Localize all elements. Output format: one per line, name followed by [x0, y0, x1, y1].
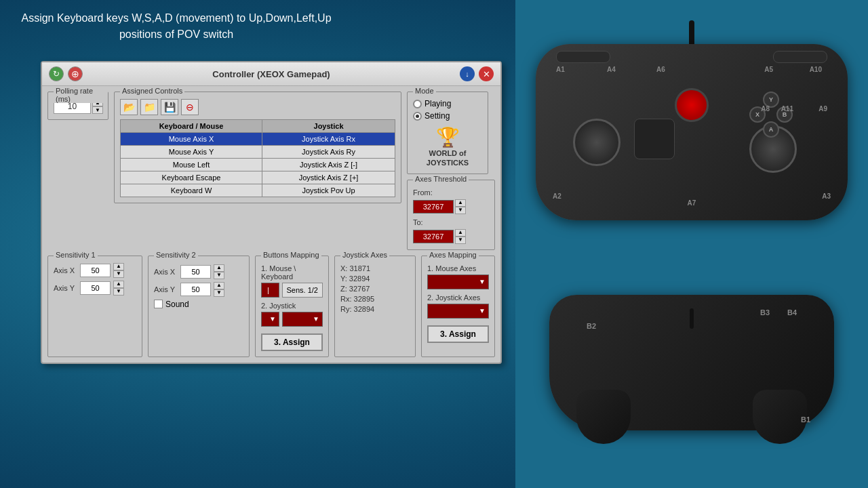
close-button[interactable]: ✕	[479, 66, 494, 81]
table-cell-keyboard: Keyboard Escape	[121, 171, 262, 184]
assigned-controls-label: Assigned Controls	[120, 87, 184, 95]
axis-value-row: X: 31871	[340, 264, 410, 272]
sens1-axis-y-row: Axis Y ▲ ▼	[54, 281, 136, 296]
axis-value-row: Y: 32894	[340, 274, 410, 283]
sensitivity1-group: Sensitivity 1 Axis X ▲ ▼ Axis Y ▲ ▼	[47, 256, 142, 357]
axes-mapping-label: Axes Mapping	[427, 251, 479, 259]
table-row[interactable]: Mouse Axis YJoystick Axis Ry	[121, 146, 395, 159]
joystick-axes-label: Joystick Axes	[340, 251, 389, 259]
sens1-axis-y-field[interactable]	[80, 281, 111, 295]
sens2-axis-x-up[interactable]: ▲	[214, 264, 224, 272]
axis-value-row: Ry: 32894	[340, 305, 410, 313]
sens2-axis-y-up[interactable]: ▲	[214, 282, 224, 289]
sens2-axis-x-field[interactable]	[180, 265, 211, 279]
joystick-dropdown-row: ▼ ▼	[261, 312, 323, 327]
sens1-axis-x-up[interactable]: ▲	[113, 263, 124, 270]
sens2-axis-y-row: Axis Y ▲ ▼	[154, 282, 243, 297]
header-instruction: Assign Keyboard keys W,S,A,D (movement) …	[0, 10, 353, 43]
sound-label: Sound	[165, 300, 189, 309]
sens1-axis-x-label: Axis X	[54, 266, 77, 274]
joystick-sublabel: 2. Joystick	[261, 302, 323, 310]
axes-mapping-group: Axes Mapping 1. Mouse Axes ▼ 2. Joystick…	[421, 256, 495, 357]
joystick-axes-dropdown[interactable]: ▼	[427, 304, 489, 319]
threshold-to-up[interactable]: ▲	[455, 229, 466, 237]
threshold-from-field[interactable]	[413, 200, 454, 214]
mode-setting-radio[interactable]	[413, 112, 422, 121]
table-cell-joystick: Joystick Axis Z [+]	[262, 171, 395, 184]
world-of-joysticks-text: WORLD of JOYSTICKS	[427, 149, 469, 167]
bottom-sections: Buttons Mapping 1. Mouse \ Keyboard | Se…	[255, 256, 495, 357]
controls-table: Keyboard / Mouse Joystick Mouse Axis XJo…	[120, 119, 395, 197]
threshold-from-up[interactable]: ▲	[455, 199, 466, 207]
mode-label: Mode	[413, 87, 436, 95]
axes-threshold-group: Axes Threshold From: ▲ ▼ To:	[407, 180, 495, 250]
threshold-to-down[interactable]: ▼	[455, 237, 466, 244]
joystick-axes-mapping-sublabel: 2. Joystick Axes	[427, 293, 489, 302]
sens-12-button[interactable]: Sens. 1/2	[282, 283, 323, 298]
sens2-axis-y-down[interactable]: ▼	[214, 289, 224, 297]
joystick-dropdown-arrow: ▼	[269, 315, 276, 323]
mouse-keyboard-field[interactable]: |	[261, 283, 279, 298]
trophy-area: 🏆 WORLD of JOYSTICKS	[413, 126, 482, 168]
polling-rate-label: Polling rate (ms)	[54, 87, 108, 103]
sens2-axis-x-row: Axis X ▲ ▼	[154, 264, 243, 279]
header-line1: Assign Keyboard keys W,S,A,D (movement) …	[21, 12, 331, 24]
table-cell-joystick: Joystick Pov Up	[262, 184, 395, 197]
sens1-axis-y-up[interactable]: ▲	[113, 281, 124, 288]
table-cell-keyboard: Mouse Axis X	[121, 133, 262, 146]
sens2-axis-y-field[interactable]	[180, 283, 211, 296]
threshold-to-field[interactable]	[413, 230, 454, 243]
axes-values-container: X: 31871Y: 32894Z: 32767Rx: 32895Ry: 328…	[340, 264, 410, 313]
gamepad-bottom-image: B2 B3 B4 B1	[549, 295, 834, 444]
joystick-dropdown2[interactable]: ▼	[282, 312, 323, 327]
table-cell-keyboard: Keyboard W	[121, 184, 262, 197]
mode-group: Mode Playing Setting 🏆 WORLD of JOYSTICK…	[407, 92, 488, 174]
threshold-from-row: From:	[413, 188, 489, 197]
toolbar-save-btn[interactable]: 💾	[161, 99, 178, 115]
joystick-dropdown2-arrow: ▼	[313, 315, 319, 323]
titlebar-left-buttons: ↻ ⊕	[49, 66, 83, 81]
right-column: Mode Playing Setting 🏆 WORLD of JOYSTICK…	[407, 92, 495, 250]
top-row: Polling rate (ms) ▲ ▼ Assigned Controls …	[47, 92, 495, 250]
buttons-assign-button[interactable]: 3. Assign	[261, 333, 323, 351]
bottom-main-row: Sensitivity 1 Axis X ▲ ▼ Axis Y ▲ ▼	[47, 256, 495, 357]
sens1-axis-x-row: Axis X ▲ ▼	[54, 263, 136, 278]
trophy-icon: 🏆	[436, 126, 460, 148]
toolbar-open-btn[interactable]: 📂	[120, 99, 138, 115]
threshold-to-row: To:	[413, 218, 489, 226]
sens1-axis-y-down[interactable]: ▼	[113, 288, 124, 296]
dialog-titlebar: ↻ ⊕ Controller (XEOX Gamepad) ↓ ✕	[42, 62, 500, 86]
table-row[interactable]: Keyboard EscapeJoystick Axis Z [+]	[121, 171, 395, 184]
toolbar-folder-btn[interactable]: 📁	[140, 99, 158, 115]
table-row[interactable]: Mouse LeftJoystick Axis Z [-]	[121, 159, 395, 171]
mouse-axes-dropdown[interactable]: ▼	[427, 274, 489, 289]
joystick-axes-group: Joystick Axes X: 31871Y: 32894Z: 32767Rx…	[334, 256, 416, 357]
download-button[interactable]: ↓	[460, 66, 475, 81]
sound-checkbox[interactable]	[154, 300, 163, 308]
table-cell-joystick: Joystick Axis Rx	[262, 133, 395, 146]
table-row[interactable]: Keyboard WJoystick Pov Up	[121, 184, 395, 197]
col-keyboard: Keyboard / Mouse	[121, 120, 262, 133]
mode-setting-row[interactable]: Setting	[413, 111, 482, 121]
mode-playing-radio[interactable]	[413, 100, 422, 108]
mode-playing-row[interactable]: Playing	[413, 99, 482, 108]
table-cell-joystick: Joystick Axis Ry	[262, 146, 395, 159]
table-row[interactable]: Mouse Axis XJoystick Axis Rx	[121, 133, 395, 146]
toolbar-remove-btn[interactable]: ⊖	[181, 99, 199, 115]
help-button[interactable]: ⊕	[68, 66, 83, 81]
sensitivity2-group: Sensitivity 2 Axis X ▲ ▼ Axis Y ▲ ▼	[148, 256, 250, 357]
refresh-button[interactable]: ↻	[49, 66, 64, 81]
sound-row: Sound	[154, 300, 243, 309]
mode-setting-label: Setting	[425, 111, 450, 121]
joystick-dropdown[interactable]: ▼	[261, 312, 279, 327]
sens1-axis-x-field[interactable]	[80, 264, 111, 277]
sens2-axis-x-down[interactable]: ▼	[214, 272, 224, 279]
threshold-from-down[interactable]: ▼	[455, 207, 466, 214]
polling-rate-group: Polling rate (ms) ▲ ▼	[47, 92, 108, 120]
sens1-axis-x-down[interactable]: ▼	[113, 270, 124, 278]
axis-value-row: Rx: 32895	[340, 295, 410, 303]
axes-assign-button[interactable]: 3. Assign	[427, 325, 489, 343]
mouse-axes-arrow: ▼	[479, 278, 486, 285]
polling-rate-down[interactable]: ▼	[92, 106, 103, 114]
sens2-axis-y-label: Axis Y	[154, 285, 178, 293]
